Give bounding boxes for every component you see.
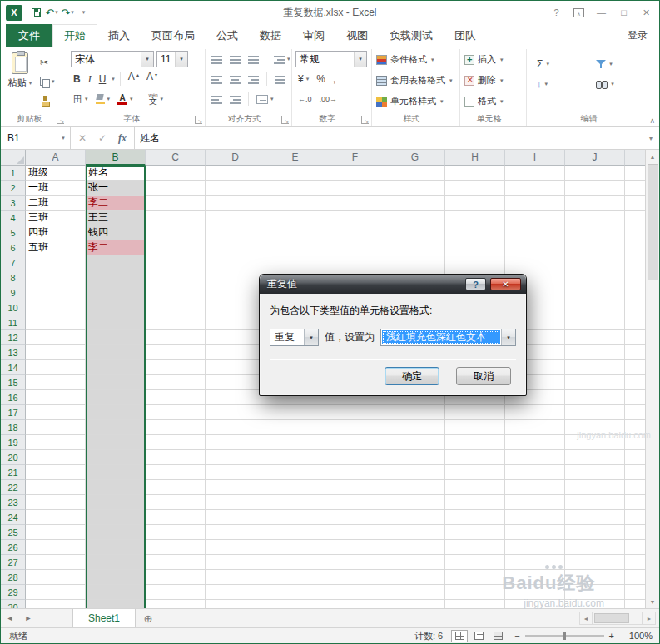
cell-D23[interactable] — [206, 495, 265, 510]
italic-button[interactable]: I — [86, 71, 94, 87]
sort-filter-button[interactable]: ▾ — [596, 56, 649, 72]
cell-J28[interactable] — [565, 570, 625, 585]
cell-D4[interactable] — [206, 211, 265, 225]
row-header-1[interactable]: 1 — [1, 166, 26, 181]
row-header-5[interactable]: 5 — [1, 225, 26, 240]
cell-A1[interactable]: 班级 — [26, 166, 86, 181]
row-header-28[interactable]: 28 — [1, 570, 26, 585]
clipboard-dialog-launcher-icon[interactable]: ↘ — [57, 116, 64, 124]
cell-C30[interactable] — [146, 600, 206, 608]
cell-B7[interactable] — [86, 255, 146, 270]
cell-H26[interactable] — [445, 540, 505, 555]
cell-B25[interactable] — [86, 525, 146, 540]
cell-B17[interactable] — [86, 405, 146, 420]
merge-center-button[interactable]: ▾ — [254, 91, 276, 107]
cell-I22[interactable] — [505, 480, 565, 495]
cell-C17[interactable] — [146, 405, 206, 420]
cell-A5[interactable]: 四班 — [26, 225, 86, 240]
cell-J7[interactable] — [565, 255, 625, 270]
cell-D24[interactable] — [206, 510, 265, 525]
cell-B10[interactable] — [86, 300, 146, 315]
cell-E5[interactable] — [265, 225, 325, 240]
cell-A29[interactable] — [26, 585, 86, 600]
fill-button[interactable]: ↓▾ — [537, 76, 584, 92]
formula-input[interactable]: 姓名 — [135, 127, 643, 149]
decrease-font-size-button[interactable]: A▾ — [144, 71, 160, 87]
cell-C15[interactable] — [146, 375, 206, 390]
cell-I5[interactable] — [505, 225, 565, 240]
cell-H5[interactable] — [445, 225, 505, 240]
cell-J9[interactable] — [565, 285, 625, 300]
cell-D28[interactable] — [206, 570, 265, 585]
cell-A7[interactable] — [26, 255, 86, 270]
customize-qat-button[interactable]: ▾ — [77, 4, 90, 21]
vertical-scrollbar-thumb[interactable] — [648, 164, 658, 280]
cell-G23[interactable] — [385, 495, 445, 510]
cell-B3[interactable]: 李二 — [86, 196, 146, 211]
next-sheet-icon[interactable]: ► — [19, 609, 37, 627]
row-header-8[interactable]: 8 — [1, 270, 26, 285]
cell-F24[interactable] — [325, 510, 385, 525]
cell-F25[interactable] — [325, 525, 385, 540]
font-color-button[interactable]: A▾ — [115, 91, 136, 107]
align-left-button[interactable] — [209, 71, 225, 87]
cell-B8[interactable] — [86, 270, 146, 285]
paste-button[interactable]: 粘贴▾ — [2, 49, 37, 114]
cell-E20[interactable] — [265, 450, 325, 465]
cell-J1[interactable] — [565, 166, 625, 181]
cell-C24[interactable] — [146, 510, 206, 525]
cancel-entry-button[interactable]: ✕ — [72, 127, 92, 149]
page-layout-view-button[interactable] — [470, 630, 487, 642]
cell-A19[interactable] — [26, 435, 86, 450]
cell-D30[interactable] — [206, 600, 265, 608]
horizontal-scrollbar-thumb[interactable] — [594, 613, 629, 623]
format-cells-button[interactable]: 格式 ▾ — [462, 91, 524, 111]
cell-B1[interactable]: 姓名 — [86, 166, 146, 181]
column-header-J[interactable]: J — [565, 150, 625, 166]
cell-B28[interactable] — [86, 570, 146, 585]
accounting-format-button[interactable]: ¥▾ — [295, 71, 311, 87]
cell-B24[interactable] — [86, 510, 146, 525]
cell-J26[interactable] — [565, 540, 625, 555]
cell-E25[interactable] — [265, 525, 325, 540]
cell-H19[interactable] — [445, 435, 505, 450]
cell-I4[interactable] — [505, 211, 565, 225]
wrap-text-button[interactable] — [272, 71, 288, 87]
cell-E2[interactable] — [265, 181, 325, 196]
insert-function-button[interactable]: fx — [112, 127, 132, 149]
cell-G20[interactable] — [385, 450, 445, 465]
orientation-button[interactable]: ▾ — [271, 51, 293, 67]
format-as-table-button[interactable]: 套用表格格式 ▾ — [374, 70, 458, 91]
cell-B18[interactable] — [86, 420, 146, 435]
horizontal-scrollbar-track[interactable] — [593, 612, 643, 625]
cell-D15[interactable] — [206, 375, 265, 390]
cell-I7[interactable] — [505, 255, 565, 270]
cell-A25[interactable] — [26, 525, 86, 540]
cell-F18[interactable] — [325, 420, 385, 435]
cell-H20[interactable] — [445, 450, 505, 465]
font-name-combo[interactable]: 宋体▾ — [71, 51, 154, 67]
cell-B26[interactable] — [86, 540, 146, 555]
cell-B29[interactable] — [86, 585, 146, 600]
format-dropdown[interactable]: 浅红填充色深红色文本 ▾ — [380, 329, 516, 346]
zoom-slider-thumb[interactable] — [563, 632, 566, 640]
cell-A2[interactable]: 一班 — [26, 181, 86, 196]
cell-C28[interactable] — [146, 570, 206, 585]
cell-A21[interactable] — [26, 465, 86, 480]
cell-F29[interactable] — [325, 585, 385, 600]
column-header-H[interactable]: H — [445, 150, 505, 166]
cell-C20[interactable] — [146, 450, 206, 465]
cell-J16[interactable] — [565, 390, 625, 405]
cell-A22[interactable] — [26, 480, 86, 495]
cell-A14[interactable] — [26, 360, 86, 375]
cell-A17[interactable] — [26, 405, 86, 420]
row-header-4[interactable]: 4 — [1, 211, 26, 225]
cell-E24[interactable] — [265, 510, 325, 525]
cell-F5[interactable] — [325, 225, 385, 240]
cell-C6[interactable] — [146, 240, 206, 255]
cell-G2[interactable] — [385, 181, 445, 196]
cell-C10[interactable] — [146, 300, 206, 315]
cell-B13[interactable] — [86, 345, 146, 360]
row-header-11[interactable]: 11 — [1, 315, 26, 330]
undo-button[interactable]: ↶▾ — [45, 4, 58, 21]
